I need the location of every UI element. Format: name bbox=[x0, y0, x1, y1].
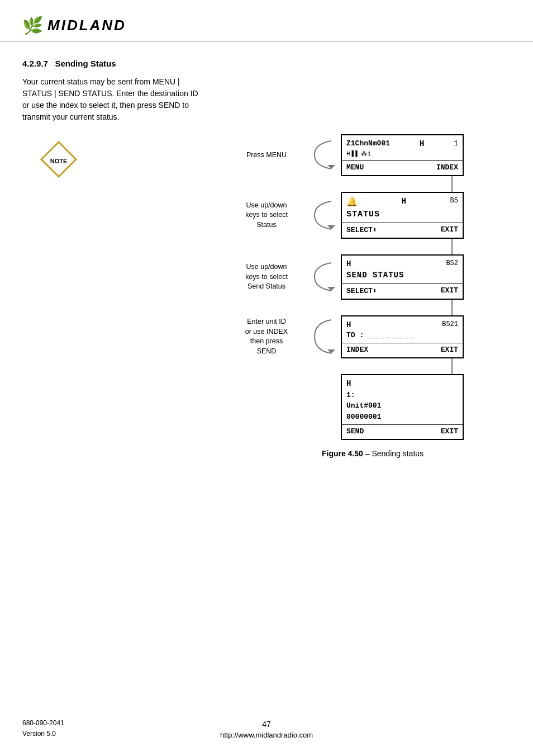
screen5-bot-right: EXIT bbox=[441, 427, 458, 436]
device-screen-3: H B52 SEND STATUS SELECT⬍ EXIT bbox=[341, 254, 464, 299]
screen-top-3: H B52 SEND STATUS bbox=[342, 256, 463, 284]
flow-row-5: H 1:Unit#00100000001 SEND EXIT bbox=[229, 374, 516, 440]
screen3-bot-left: SELECT⬍ bbox=[346, 286, 377, 295]
screen-bottom-4: INDEX EXIT bbox=[342, 343, 463, 357]
arrow-4 bbox=[307, 317, 341, 356]
screen4-to: TO : ________ bbox=[346, 330, 458, 341]
left-column: NOTE bbox=[17, 129, 229, 469]
screen5-main: 1:Unit#00100000001 bbox=[346, 390, 458, 423]
screen1-right: 1 bbox=[454, 139, 458, 149]
svg-text:NOTE: NOTE bbox=[50, 158, 68, 164]
screen-bottom-1: MENU INDEX bbox=[342, 161, 463, 175]
screen2-icon: 🔔 bbox=[346, 196, 358, 209]
figure-label: Figure 4.50 bbox=[322, 449, 363, 458]
screen5-bot-left: SEND bbox=[346, 427, 364, 436]
screen4-right: B521 bbox=[442, 320, 458, 329]
screen-bottom-5: SEND EXIT bbox=[342, 425, 463, 439]
footer-url: http://www.midlandradio.com bbox=[220, 731, 313, 739]
connector-2-3 bbox=[229, 239, 516, 254]
logo-leaf-icon: 🌿 bbox=[22, 16, 43, 35]
step-label-1: Press MENU bbox=[229, 150, 307, 160]
body-text: Your current status may be sent from MEN… bbox=[0, 72, 223, 129]
logo-area: 🌿 MIDLAND bbox=[0, 0, 533, 42]
main-content: NOTE Press MENU Z1ChnNm001 bbox=[0, 129, 533, 469]
page-number: 47 bbox=[262, 720, 271, 729]
device-screen-1: Z1ChnNm001 H 1 H▐▐ ⁂1 MENU INDEX bbox=[341, 134, 464, 176]
screen4-bot-right: EXIT bbox=[441, 346, 458, 354]
logo: 🌿 MIDLAND bbox=[22, 16, 511, 35]
screen2-bot-left: SELECT⬍ bbox=[346, 225, 377, 234]
screen3-main: SEND STATUS bbox=[346, 270, 458, 281]
screen2-bot-right: EXIT bbox=[441, 225, 458, 234]
curved-arrow-4 bbox=[309, 317, 340, 356]
connector-1-2 bbox=[229, 176, 516, 192]
screen2-main: STATUS bbox=[346, 209, 458, 220]
curved-arrow-1 bbox=[309, 138, 340, 172]
screen1-main: Z1ChnNm001 bbox=[346, 139, 390, 149]
device-screen-2: 🔔 H B5 STATUS SELECT⬍ EXIT bbox=[341, 192, 464, 239]
step-label-2: Use up/down keys to select Status bbox=[229, 201, 307, 230]
right-column: Press MENU Z1ChnNm001 H 1 bbox=[229, 129, 516, 469]
screen3-bot-right: EXIT bbox=[441, 286, 458, 295]
screen2-h: H bbox=[402, 196, 406, 207]
arrow-3 bbox=[307, 260, 341, 294]
screen1-bot-left: MENU bbox=[346, 163, 364, 172]
section-heading: 4.2.9.7 Sending Status bbox=[0, 53, 533, 72]
screen3-right: B52 bbox=[446, 259, 458, 268]
screen4-h: H bbox=[346, 320, 351, 331]
flow-diagram: Press MENU Z1ChnNm001 H 1 bbox=[229, 134, 516, 440]
screen5-h: H bbox=[346, 379, 351, 390]
screen1-bot-right: INDEX bbox=[436, 163, 458, 172]
screen2-right: B5 bbox=[450, 196, 458, 206]
figure-text: Sending status bbox=[372, 449, 423, 458]
screen-bottom-2: SELECT⬍ EXIT bbox=[342, 223, 463, 238]
step-label-4: Enter unit ID or use INDEX then press SE… bbox=[229, 317, 307, 356]
connector-4-5 bbox=[229, 358, 516, 374]
arrow-2 bbox=[307, 199, 341, 232]
screen-bottom-3: SELECT⬍ EXIT bbox=[342, 284, 463, 299]
step-label-3: Use up/down keys to select Send Status bbox=[229, 262, 307, 292]
connector-3-4 bbox=[229, 300, 516, 315]
screen3-h: H bbox=[346, 259, 351, 270]
arrow-1 bbox=[307, 138, 341, 172]
screen-top-2: 🔔 H B5 STATUS bbox=[342, 193, 463, 223]
screen1-center-h: H bbox=[420, 139, 424, 150]
flow-row-1: Press MENU Z1ChnNm001 H 1 bbox=[229, 134, 516, 176]
flow-row-2: Use up/down keys to select Status 🔔 H B5 bbox=[229, 192, 516, 239]
footer: 47 http://www.midlandradio.com bbox=[0, 720, 533, 739]
note-icon: NOTE bbox=[39, 140, 78, 179]
logo-name: MIDLAND bbox=[47, 17, 126, 34]
screen4-bot-left: INDEX bbox=[346, 346, 368, 354]
screen1-sub: H▐▐ ⁂1 bbox=[346, 150, 458, 158]
device-screen-5: H 1:Unit#00100000001 SEND EXIT bbox=[341, 374, 464, 440]
figure-caption: Figure 4.50 – Sending status bbox=[322, 449, 423, 469]
device-screen-4: H B521 TO : ________ INDEX EXIT bbox=[341, 315, 464, 359]
screen-top-1: Z1ChnNm001 H 1 H▐▐ ⁂1 bbox=[342, 135, 463, 161]
flow-row-4: Enter unit ID or use INDEX then press SE… bbox=[229, 315, 516, 359]
curved-arrow-3 bbox=[309, 260, 340, 294]
figure-dash: – bbox=[365, 449, 372, 458]
screen-top-5: H 1:Unit#00100000001 bbox=[342, 375, 463, 425]
curved-arrow-2 bbox=[309, 199, 340, 232]
section-title: 4.2.9.7 Sending Status bbox=[22, 59, 511, 68]
flow-row-3: Use up/down keys to select Send Status H… bbox=[229, 254, 516, 299]
screen-top-4: H B521 TO : ________ bbox=[342, 316, 463, 344]
